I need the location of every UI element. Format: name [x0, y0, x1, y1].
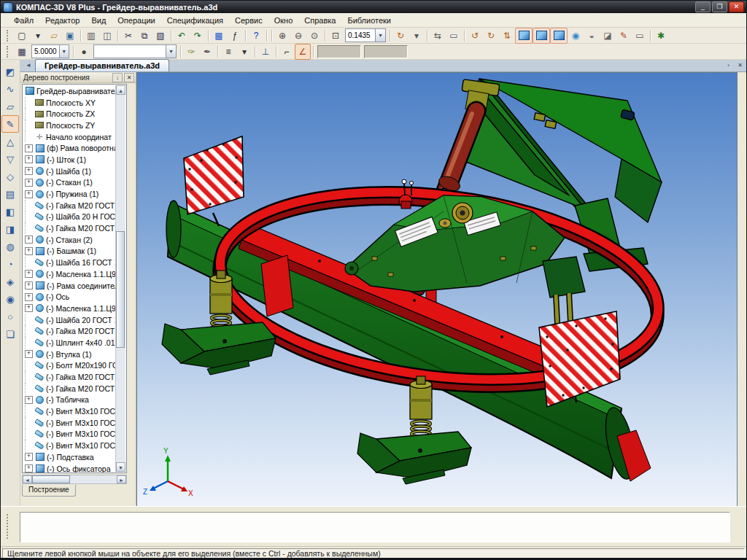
- tree-item-3[interactable]: Плоскость ZY: [23, 120, 117, 131]
- cut-extrude-tool-button[interactable]: ◨: [1, 220, 19, 238]
- tree-item-26[interactable]: (-) Гайка М20 ГОСТ 5916-: [23, 383, 117, 394]
- tree-item-16[interactable]: +(-) Масленка 1.1.Ц9. ГОС: [23, 268, 117, 280]
- tree-item-11[interactable]: (-) Шайба 20 Н ГОСТ 6402: [23, 211, 117, 223]
- menu-item-3[interactable]: Операции: [112, 15, 160, 26]
- expand-icon[interactable]: +: [25, 281, 33, 289]
- tree-item-14[interactable]: +(-) Башмак (1): [23, 246, 117, 257]
- tab-scroll-left-icon[interactable]: ◄: [23, 61, 34, 71]
- model-bracket-fin[interactable]: [261, 255, 293, 316]
- rotate-dropdown-button[interactable]: ▾: [409, 28, 425, 44]
- zoom-out-button[interactable]: ⊖: [290, 28, 306, 44]
- tree-item-24[interactable]: (-) Болт М20х190 ГОСТ 7: [23, 360, 117, 372]
- local-coordinate-system-button[interactable]: ⊥: [258, 44, 274, 60]
- edit-component-button[interactable]: ◩: [1, 63, 19, 80]
- expand-icon[interactable]: +: [25, 190, 33, 198]
- coordinate-x-field[interactable]: [317, 45, 361, 58]
- pan-view-button[interactable]: ⇆: [430, 28, 446, 44]
- viewport[interactable]: Y X Z: [136, 72, 738, 507]
- tree-item-17[interactable]: +(-) Рама соединительная: [23, 280, 117, 292]
- layer-combo[interactable]: ▾: [93, 44, 177, 58]
- scroll-right-icon[interactable]: ►: [117, 475, 126, 483]
- fillet-tool-button[interactable]: ◍: [1, 238, 19, 255]
- new-dropdown-button[interactable]: ▾: [30, 28, 46, 44]
- libraries-manager-button[interactable]: ✱: [653, 28, 669, 44]
- restore-button[interactable]: ❐: [712, 1, 727, 12]
- menu-item-2[interactable]: Вид: [85, 15, 112, 26]
- scroll-up-icon[interactable]: ▲: [116, 85, 125, 95]
- tree-item-4[interactable]: ✛Начало координат: [23, 131, 117, 143]
- menu-item-8[interactable]: Библиотеки: [341, 15, 397, 26]
- scroll-left-icon[interactable]: ◄: [23, 475, 32, 483]
- wireframe-view-button[interactable]: [515, 28, 533, 44]
- tree-footer-tab[interactable]: Построение: [22, 485, 76, 497]
- zoom-in-button[interactable]: ⊕: [274, 28, 290, 44]
- expand-icon[interactable]: +: [25, 236, 33, 244]
- cursor-step-button[interactable]: ▦: [14, 44, 30, 60]
- plane-tool-button[interactable]: ▱: [1, 98, 19, 115]
- expand-icon[interactable]: +: [25, 179, 33, 187]
- sphere-primitive-button[interactable]: ○: [1, 308, 19, 325]
- toolbar-grip[interactable]: [7, 30, 10, 42]
- tree-item-5[interactable]: +(ф) Рама поворотная: [23, 142, 117, 154]
- tree-item-7[interactable]: +(-) Шайба (1): [23, 166, 117, 177]
- tree-item-29[interactable]: (-) Винт М3х10 ГОСТ 1747: [23, 417, 117, 429]
- rib-tool-button[interactable]: ◈: [1, 273, 19, 290]
- tree-item-27[interactable]: +(-) Табличка: [23, 394, 117, 406]
- orientation-sphere-button[interactable]: ◉: [568, 28, 584, 44]
- tree-item-23[interactable]: +(-) Втулка (1): [23, 349, 117, 360]
- block-primitive-button[interactable]: ❏: [1, 325, 19, 343]
- print-preview-button[interactable]: ◫: [99, 28, 115, 44]
- tree-item-28[interactable]: (-) Винт М3х10 ГОСТ 1747: [23, 405, 117, 417]
- viewport-canvas[interactable]: Y X Z: [137, 73, 737, 506]
- tree-item-2[interactable]: Плоскость ZX: [23, 108, 117, 120]
- expand-icon[interactable]: +: [25, 304, 33, 312]
- geometry-calculator-button[interactable]: ✒: [199, 44, 215, 60]
- tree-item-15[interactable]: (-) Шайба 16 ГОСТ 1137.: [23, 257, 117, 268]
- specification-window-button[interactable]: ▩: [211, 28, 227, 44]
- show-all-button[interactable]: ▭: [446, 28, 462, 44]
- pattern-tool-button[interactable]: ▤: [1, 185, 19, 203]
- menu-item-6[interactable]: Окно: [268, 15, 299, 26]
- tree-item-21[interactable]: (-) Гайка М20 ГОСТ 5918-: [23, 325, 117, 337]
- menu-item-4[interactable]: Спецификация: [161, 15, 229, 26]
- tree-item-30[interactable]: (-) Винт М3х10 ГОСТ 1747: [23, 429, 117, 440]
- tab-close-icon[interactable]: ✕: [735, 61, 745, 70]
- chevron-down-icon[interactable]: ▾: [375, 29, 385, 42]
- property-panel-grip[interactable]: [7, 514, 11, 539]
- tree-item-25[interactable]: (-) Гайка М20 ГОСТ 5915-: [23, 371, 117, 383]
- copy-properties-button[interactable]: ✑: [183, 44, 199, 60]
- tree-vertical-scrollbar[interactable]: ▲ ▼: [115, 85, 125, 472]
- open-document-button[interactable]: ▱: [46, 28, 62, 44]
- tree-item-31[interactable]: (-) Винт М3х10 ГОСТ 1747: [23, 440, 117, 451]
- extrude-tool-button[interactable]: ◧: [1, 203, 19, 220]
- turn-counterclockwise-button[interactable]: ↻: [483, 28, 499, 44]
- tree-item-22[interactable]: (-) Шплинт 4х40 .019 ГОС: [23, 337, 117, 349]
- hidden-lines-view-button[interactable]: [533, 28, 550, 44]
- filter-tool-button[interactable]: ◇: [1, 168, 19, 185]
- tree-item-32[interactable]: +(-) Подставка: [23, 451, 117, 463]
- expand-icon[interactable]: +: [25, 453, 33, 461]
- shell-tool-button[interactable]: ◉: [1, 290, 19, 308]
- snap-settings-button[interactable]: ∠: [295, 44, 311, 60]
- tree-item-20[interactable]: (-) Шайба 20 ГОСТ 1137.: [23, 314, 117, 326]
- tree-item-9[interactable]: +(-) Пружина (1): [23, 188, 117, 200]
- expand-icon[interactable]: +: [25, 270, 33, 278]
- expand-icon[interactable]: +: [25, 350, 33, 358]
- tree-item-18[interactable]: +(-) Ось: [23, 291, 117, 303]
- tree-item-12[interactable]: (-) Гайка М20 ГОСТ 5915-: [23, 222, 117, 234]
- cursor-step-combo[interactable]: 5.0000▾: [31, 44, 69, 58]
- tree-item-8[interactable]: +(-) Стакан (1): [23, 177, 117, 189]
- expand-icon[interactable]: +: [25, 167, 33, 175]
- coordinate-y-field[interactable]: [364, 45, 408, 58]
- menu-item-1[interactable]: Редактор: [39, 15, 85, 26]
- tree-item-13[interactable]: +(-) Стакан (2): [23, 234, 117, 246]
- expand-icon[interactable]: +: [25, 144, 33, 152]
- tab-next-icon[interactable]: ›: [724, 61, 733, 70]
- tree-item-0[interactable]: Грейдер-выравниватель: [23, 85, 117, 97]
- sketch-tool-button[interactable]: ✎: [1, 115, 19, 133]
- sketch-mode-button[interactable]: ✎: [616, 28, 632, 44]
- surface-tool-button[interactable]: △: [1, 133, 19, 150]
- cone-tool-button[interactable]: ▽: [1, 150, 19, 168]
- expand-icon[interactable]: +: [25, 155, 33, 163]
- zoom-scale-combo[interactable]: 0.1435▾: [345, 28, 386, 42]
